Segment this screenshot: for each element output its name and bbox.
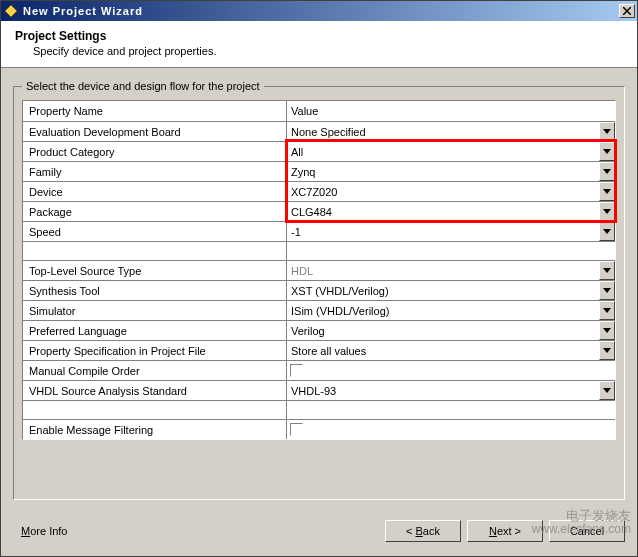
dropdown-value: All bbox=[291, 146, 303, 158]
property-name-cell: Synthesis Tool bbox=[23, 281, 287, 300]
dropdown-value: ISim (VHDL/Verilog) bbox=[291, 305, 389, 317]
dropdown-value: None Specified bbox=[291, 126, 366, 138]
table-row: Preferred LanguageVerilog bbox=[23, 320, 615, 340]
property-value-cell: HDL bbox=[287, 261, 615, 280]
property-value-cell: ISim (VHDL/Verilog) bbox=[287, 301, 615, 320]
property-name-cell: Speed bbox=[23, 222, 287, 241]
properties-table: Property Name Value Evaluation Developme… bbox=[22, 100, 616, 440]
table-row: Evaluation Development BoardNone Specifi… bbox=[23, 121, 615, 141]
close-button[interactable] bbox=[619, 4, 635, 18]
property-name-cell: Package bbox=[23, 202, 287, 221]
dropdown-value: XC7Z020 bbox=[291, 186, 337, 198]
table-row: Synthesis ToolXST (VHDL/Verilog) bbox=[23, 280, 615, 300]
device-groupbox: Select the device and design flow for th… bbox=[13, 80, 625, 500]
wizard-icon bbox=[3, 3, 19, 19]
content-area: Select the device and design flow for th… bbox=[1, 68, 637, 514]
table-row: PackageCLG484 bbox=[23, 201, 615, 221]
table-row: Enable Message Filtering bbox=[23, 419, 615, 439]
property-value-cell: XC7Z020 bbox=[287, 182, 615, 201]
svg-marker-7 bbox=[603, 209, 611, 214]
dropdown[interactable]: Zynq bbox=[287, 162, 615, 181]
property-value-cell: All bbox=[287, 142, 615, 161]
dropdown-value: -1 bbox=[291, 226, 301, 238]
svg-marker-13 bbox=[603, 348, 611, 353]
svg-marker-12 bbox=[603, 328, 611, 333]
dropdown-value: Zynq bbox=[291, 166, 315, 178]
checkbox[interactable] bbox=[290, 423, 303, 436]
table-row: FamilyZynq bbox=[23, 161, 615, 181]
checkbox[interactable] bbox=[290, 364, 303, 377]
footer: More Info < Back Next > Cancel 电子发烧友 www… bbox=[1, 514, 637, 556]
property-value-cell bbox=[287, 361, 615, 380]
chevron-down-icon bbox=[599, 182, 615, 201]
page-title: Project Settings bbox=[15, 29, 623, 43]
svg-marker-10 bbox=[603, 288, 611, 293]
dropdown[interactable]: Store all values bbox=[287, 341, 615, 360]
dropdown[interactable]: XC7Z020 bbox=[287, 182, 615, 201]
dropdown[interactable]: XST (VHDL/Verilog) bbox=[287, 281, 615, 300]
dropdown[interactable]: VHDL-93 bbox=[287, 381, 615, 400]
dropdown[interactable]: ISim (VHDL/Verilog) bbox=[287, 301, 615, 320]
header: Project Settings Specify device and proj… bbox=[1, 21, 637, 68]
dropdown[interactable]: None Specified bbox=[287, 122, 615, 141]
dropdown-value: HDL bbox=[291, 265, 313, 277]
section-spacer bbox=[23, 241, 615, 260]
chevron-down-icon bbox=[599, 301, 615, 320]
property-value-cell: CLG484 bbox=[287, 202, 615, 221]
property-value-cell: Store all values bbox=[287, 341, 615, 360]
property-value-cell: VHDL-93 bbox=[287, 381, 615, 400]
chevron-down-icon bbox=[599, 261, 615, 280]
property-name-cell: Manual Compile Order bbox=[23, 361, 287, 380]
col-value: Value bbox=[287, 101, 615, 121]
property-value-cell bbox=[287, 420, 615, 439]
property-value-cell: None Specified bbox=[287, 122, 615, 141]
svg-marker-6 bbox=[603, 189, 611, 194]
property-value-cell: XST (VHDL/Verilog) bbox=[287, 281, 615, 300]
property-name-cell: Enable Message Filtering bbox=[23, 420, 287, 439]
chevron-down-icon bbox=[599, 222, 615, 241]
svg-marker-11 bbox=[603, 308, 611, 313]
more-info-link[interactable]: More Info bbox=[21, 525, 67, 537]
col-property-name: Property Name bbox=[23, 101, 287, 121]
property-name-cell: Evaluation Development Board bbox=[23, 122, 287, 141]
chevron-down-icon bbox=[599, 321, 615, 340]
table-row: Property Specification in Project FileSt… bbox=[23, 340, 615, 360]
property-name-cell: Property Specification in Project File bbox=[23, 341, 287, 360]
dropdown[interactable]: All bbox=[287, 142, 615, 161]
chevron-down-icon bbox=[599, 122, 615, 141]
table-row: DeviceXC7Z020 bbox=[23, 181, 615, 201]
dropdown[interactable]: CLG484 bbox=[287, 202, 615, 221]
table-row: Manual Compile Order bbox=[23, 360, 615, 380]
svg-marker-5 bbox=[603, 169, 611, 174]
dropdown-value: Store all values bbox=[291, 345, 366, 357]
property-name-cell: VHDL Source Analysis Standard bbox=[23, 381, 287, 400]
table-row: Speed-1 bbox=[23, 221, 615, 241]
property-name-cell: Device bbox=[23, 182, 287, 201]
property-value-cell: Zynq bbox=[287, 162, 615, 181]
page-subtitle: Specify device and project properties. bbox=[15, 45, 623, 57]
chevron-down-icon bbox=[599, 142, 615, 161]
dropdown: HDL bbox=[287, 261, 615, 280]
svg-marker-0 bbox=[5, 5, 17, 17]
dropdown-value: XST (VHDL/Verilog) bbox=[291, 285, 389, 297]
dropdown[interactable]: Verilog bbox=[287, 321, 615, 340]
next-button[interactable]: Next > bbox=[467, 520, 543, 542]
svg-marker-3 bbox=[603, 129, 611, 134]
table-row: Top-Level Source TypeHDL bbox=[23, 260, 615, 280]
property-name-cell: Top-Level Source Type bbox=[23, 261, 287, 280]
property-value-cell: Verilog bbox=[287, 321, 615, 340]
svg-marker-14 bbox=[603, 388, 611, 393]
back-button[interactable]: < Back bbox=[385, 520, 461, 542]
titlebar: New Project Wizard bbox=[1, 1, 637, 21]
groupbox-legend: Select the device and design flow for th… bbox=[22, 80, 264, 92]
property-name-cell: Simulator bbox=[23, 301, 287, 320]
dropdown-value: VHDL-93 bbox=[291, 385, 336, 397]
chevron-down-icon bbox=[599, 341, 615, 360]
dropdown[interactable]: -1 bbox=[287, 222, 615, 241]
cancel-button[interactable]: Cancel bbox=[549, 520, 625, 542]
table-row: VHDL Source Analysis StandardVHDL-93 bbox=[23, 380, 615, 400]
svg-marker-8 bbox=[603, 229, 611, 234]
property-name-cell: Product Category bbox=[23, 142, 287, 161]
table-row: Product CategoryAll bbox=[23, 141, 615, 161]
property-value-cell: -1 bbox=[287, 222, 615, 241]
